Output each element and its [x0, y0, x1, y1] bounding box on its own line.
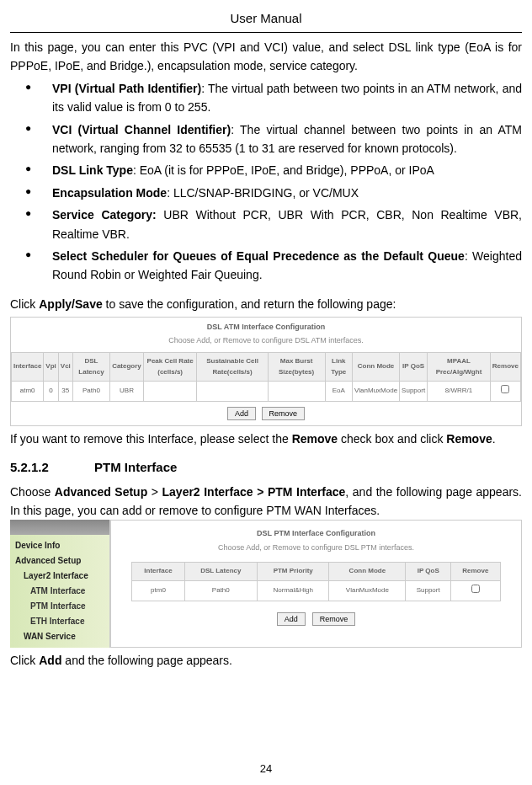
- nav-path: Layer2 Interface > PTM Interface: [162, 485, 346, 499]
- th-link-type: Link Type: [325, 352, 352, 382]
- td: EoA: [325, 382, 352, 402]
- sidebar-item-advanced-setup[interactable]: Advanced Setup: [13, 553, 106, 569]
- td: ptm0: [132, 581, 184, 601]
- td: [143, 382, 197, 402]
- td-remove-checkbox: [451, 581, 501, 601]
- table-header-row: Interface Vpi Vci DSL Latency Category P…: [12, 352, 521, 382]
- term: Encapsulation Mode: [52, 186, 167, 200]
- term: Service Category:: [52, 208, 157, 222]
- th-ptm-priority: PTM Priority: [258, 563, 329, 581]
- atm-button-row: Add Remove: [11, 402, 521, 425]
- add-label: Add: [39, 654, 61, 667]
- text: .: [492, 432, 496, 446]
- apply-save-label: Apply/Save: [39, 297, 102, 311]
- remove-label2: Remove: [446, 432, 492, 446]
- sidebar-item-device-info[interactable]: Device Info: [13, 538, 106, 553]
- table-row: ptm0 Path0 Normal&High VlanMuxMode Suppo…: [132, 581, 500, 601]
- ptm-subtitle: Choose Add, or Remove to configure DSL P…: [111, 540, 521, 562]
- list-item: Select Scheduler for Queues of Equal Pre…: [25, 247, 522, 285]
- text: >: [147, 485, 162, 499]
- ptm-button-row: Add Remove: [111, 601, 521, 633]
- remove-checkbox[interactable]: [501, 385, 509, 393]
- ptm-screenshot: Device Info Advanced Setup Layer2 Interf…: [10, 520, 522, 648]
- section-number: 5.2.1.2: [10, 457, 94, 478]
- th-remove: Remove: [490, 352, 520, 382]
- text: If you want to remove this Interface, pl…: [10, 432, 292, 446]
- td: [268, 382, 325, 402]
- sidebar-item-eth[interactable]: ETH Interface: [13, 614, 106, 629]
- td: Normal&High: [258, 581, 329, 601]
- ptm-table: Interface DSL Latency PTM Priority Conn …: [131, 562, 500, 601]
- remove-label: Remove: [292, 432, 338, 446]
- text: check box and click: [338, 432, 446, 446]
- list-item: VPI (Virtual Path Identifier): The virtu…: [25, 79, 522, 117]
- atm-table: Interface Vpi Vci DSL Latency Category P…: [11, 352, 521, 402]
- th-mpaal: MPAAL Prec/Alg/Wght: [428, 352, 491, 382]
- text: to save the configuration, and return th…: [103, 297, 396, 311]
- add-button[interactable]: Add: [227, 407, 256, 420]
- th-peak-cell: Peak Cell Rate (cells/s): [143, 352, 197, 382]
- td: UBR: [110, 382, 144, 402]
- atm-config-title: DSL ATM Interface Configuration: [11, 318, 521, 333]
- th-ip-qos: IP QoS: [400, 352, 428, 382]
- th-remove: Remove: [451, 563, 501, 581]
- ptm-title: DSL PTM Interface Configuration: [111, 521, 521, 539]
- ptm-intro: Choose Advanced Setup > Layer2 Interface…: [10, 483, 522, 521]
- td: VlanMuxMode: [329, 581, 406, 601]
- remove-button[interactable]: Remove: [312, 612, 356, 626]
- atm-config-screenshot: DSL ATM Interface Configuration Choose A…: [10, 317, 522, 426]
- sidebar-item-layer2[interactable]: Layer2 Interface: [13, 569, 106, 584]
- section-title: PTM Interface: [94, 460, 177, 474]
- nav-path: Advanced Setup: [55, 485, 147, 499]
- term: Select Scheduler for Queues of Equal Pre…: [52, 249, 465, 263]
- th-ip-qos: IP QoS: [406, 563, 451, 581]
- td: Path0: [184, 581, 257, 601]
- td: [197, 382, 268, 402]
- term: VPI (Virtual Path Identifier): [52, 82, 201, 95]
- section-heading: 5.2.1.2PTM Interface: [10, 457, 522, 478]
- definition: : LLC/SNAP-BRIDGING, or VC/MUX: [167, 186, 359, 200]
- click-add-instruction: Click Add and the following page appears…: [10, 651, 522, 670]
- td: Support: [400, 382, 428, 402]
- th-category: Category: [110, 352, 144, 382]
- remove-instruction: If you want to remove this Interface, pl…: [10, 430, 522, 448]
- text: Choose: [10, 485, 55, 499]
- sidebar-item-ptm[interactable]: PTM Interface: [13, 599, 106, 614]
- td: Support: [406, 581, 451, 601]
- remove-checkbox[interactable]: [471, 585, 480, 593]
- table-row: atm0 0 35 Path0 UBR EoA VlanMuxMode Supp…: [12, 382, 521, 402]
- sidebar-banner: [10, 520, 109, 535]
- th-dsl-latency: DSL Latency: [72, 352, 109, 382]
- remove-button[interactable]: Remove: [262, 407, 306, 420]
- page-header: User Manual: [10, 8, 522, 33]
- td: atm0: [12, 382, 44, 402]
- td: 35: [58, 382, 72, 402]
- sidebar-item-atm[interactable]: ATM Interface: [13, 584, 106, 599]
- list-item: VCI (Virtual Channel Identifier): The vi…: [25, 120, 522, 158]
- ptm-main-panel: DSL PTM Interface Configuration Choose A…: [111, 520, 522, 648]
- td: VlanMuxMode: [352, 382, 399, 402]
- table-header-row: Interface DSL Latency PTM Priority Conn …: [132, 563, 500, 581]
- td: 8/WRR/1: [428, 382, 491, 402]
- intro-paragraph: In this page, you can enter this PVC (VP…: [10, 38, 522, 76]
- th-conn-mode: Conn Mode: [352, 352, 399, 382]
- list-item: Encapsulation Mode: LLC/SNAP-BRIDGING, o…: [25, 184, 522, 202]
- th-dsl-latency: DSL Latency: [184, 563, 257, 581]
- th-vpi: Vpi: [44, 352, 58, 382]
- list-item: Service Category: UBR Without PCR, UBR W…: [25, 206, 522, 243]
- apply-save-instruction: Click Apply/Save to save the configurati…: [10, 295, 522, 313]
- td: 0: [44, 382, 58, 402]
- td: Path0: [72, 382, 109, 402]
- list-item: DSL Link Type: EoA (it is for PPPoE, IPo…: [25, 161, 522, 179]
- th-sustainable: Sustainable Cell Rate(cells/s): [197, 352, 268, 382]
- th-conn-mode: Conn Mode: [329, 563, 406, 581]
- text: Click: [10, 297, 39, 311]
- atm-config-subtitle: Choose Add, or Remove to configure DSL A…: [11, 333, 521, 351]
- definition: : EoA (it is for PPPoE, IPoE, and Bridge…: [133, 163, 434, 177]
- term: VCI (Virtual Channel Identifier): [52, 123, 231, 136]
- add-button[interactable]: Add: [277, 612, 306, 626]
- term: DSL Link Type: [52, 163, 133, 177]
- definition-list: VPI (Virtual Path Identifier): The virtu…: [10, 79, 522, 285]
- sidebar-item-wan[interactable]: WAN Service: [13, 629, 106, 644]
- th-vci: Vci: [58, 352, 72, 382]
